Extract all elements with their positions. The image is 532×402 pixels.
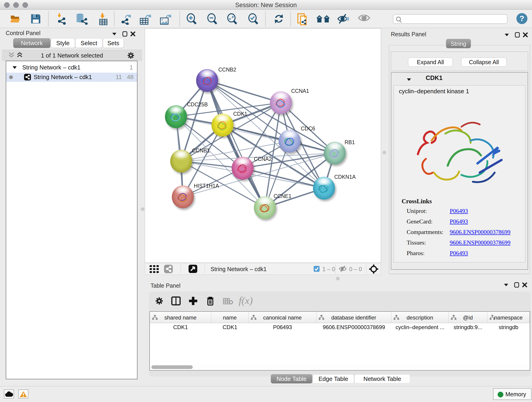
graph-node-CCNA1[interactable] (270, 91, 292, 114)
graph-node-CDKN1A[interactable] (313, 177, 335, 200)
memory-status-dot (498, 392, 503, 397)
show-glass-icon[interactable] (358, 13, 370, 24)
gene-section-collapse-icon[interactable] (406, 77, 412, 82)
function-builder-icon[interactable]: f(x) (239, 295, 253, 306)
graph-node-CCNB1[interactable] (170, 150, 192, 172)
memory-button[interactable]: Memory (493, 388, 532, 400)
gene-details-box: cyclin–dependent kinase 1 CrossLinks (394, 85, 525, 262)
home-string-icon[interactable] (316, 13, 330, 24)
graph-node-RB1[interactable] (324, 142, 346, 165)
import-network-from-database-icon[interactable] (75, 13, 88, 24)
footer-tab-edge-table[interactable]: Edge Table (313, 374, 354, 383)
table-settings-gear-icon[interactable] (155, 296, 164, 306)
left-splitter-handle[interactable] (141, 207, 144, 211)
copy-network-icon[interactable] (298, 13, 309, 24)
table-cell[interactable]: P06493 (249, 324, 317, 333)
column-header-shared-name[interactable]: shared name (150, 312, 211, 323)
footer-tab-node-table[interactable]: Node Table (271, 374, 312, 383)
column-header-name[interactable]: name (211, 312, 249, 323)
results-tab-string[interactable]: String (446, 39, 471, 48)
table-cell[interactable]: cyclin–dependent ... (391, 324, 449, 333)
network-canvas[interactable]: CCNB2CCNA1CDC25BCDK1CDC6RB1CCNB1CCNA2CDK… (145, 28, 381, 263)
footer-tab-network-table[interactable]: Network Table (355, 374, 410, 383)
graph-node-HIST1H1A[interactable] (172, 185, 194, 208)
import-table-from-file-icon[interactable] (98, 13, 109, 24)
delete-table-icon[interactable] (223, 298, 233, 306)
export-network-icon[interactable] (121, 13, 133, 24)
toolbar-separator (366, 264, 366, 274)
graph-node-CDK1[interactable] (211, 114, 234, 137)
table-panel-maximize-icon[interactable] (514, 282, 519, 288)
delete-column-icon[interactable] (206, 296, 215, 307)
graph-node-CCNA2[interactable] (232, 157, 254, 180)
network-thumbnail-icon[interactable] (164, 265, 173, 274)
tab-select[interactable]: Select (75, 38, 102, 48)
graph-node-label: CDC25B (187, 102, 208, 108)
control-panel-maximize-icon[interactable] (122, 31, 127, 38)
network-row-selected[interactable]: String Network – cdk1 11 48 (6, 73, 137, 82)
zoom-out-icon[interactable] (206, 13, 218, 24)
zoom-in-icon[interactable] (186, 13, 198, 24)
crosslink-value[interactable]: 9606.ENSP00000378699 (450, 239, 510, 246)
search-input[interactable] (393, 14, 507, 24)
table-panel-float-icon[interactable] (504, 283, 509, 288)
table-cell[interactable]: stringdb (487, 324, 530, 333)
table-cell[interactable]: stringdb:9... (449, 324, 487, 333)
table-cell[interactable]: 9606.ENSP00000378699 (317, 324, 391, 333)
save-session-icon[interactable] (30, 13, 41, 24)
warning-status-button[interactable] (18, 389, 28, 399)
add-column-icon[interactable] (189, 296, 198, 306)
tab-style[interactable]: Style (51, 38, 75, 48)
control-panel-float-icon[interactable] (112, 32, 117, 37)
crosslink-value[interactable]: P06493 (450, 250, 468, 257)
results-panel-close-icon[interactable] (523, 32, 528, 38)
tab-sets[interactable]: Sets (103, 38, 124, 48)
export-table-icon[interactable] (139, 13, 152, 24)
fit-selection-crosshair-icon[interactable] (369, 264, 378, 274)
show-columns-icon[interactable] (171, 296, 181, 306)
table-cell[interactable]: CDK1 (150, 324, 211, 333)
crosslink-value[interactable]: P06493 (450, 208, 468, 215)
column-header-description[interactable]: description (391, 312, 449, 323)
grid-view-icon[interactable] (150, 265, 160, 274)
column-header-@id[interactable]: @id (449, 312, 487, 323)
results-panel-title: Results Panel (391, 31, 426, 38)
zoom-selected-icon[interactable] (247, 13, 259, 24)
column-header-canonical-name[interactable]: canonical name (249, 312, 317, 323)
table-cell[interactable]: CDK1 (211, 324, 249, 333)
graph-node-CDC25B[interactable] (165, 105, 187, 128)
refresh-icon[interactable] (274, 13, 284, 24)
column-header-database-identifier[interactable]: database identifier (317, 312, 391, 323)
help-icon[interactable]: ? (516, 13, 528, 24)
results-panel-maximize-icon[interactable] (515, 32, 520, 38)
graph-node-label: RB1 (345, 139, 355, 146)
table-panel-close-icon[interactable] (522, 282, 527, 288)
graph-node-CCNE1[interactable] (254, 196, 276, 219)
graph-node-CDC6[interactable] (279, 130, 301, 153)
selected-checkbox[interactable] (314, 266, 320, 273)
crosslink-value[interactable]: P06493 (450, 218, 468, 225)
column-header-namespace[interactable]: namespace (487, 312, 530, 323)
network-collection-row[interactable]: String Network – cdk1 1 (6, 64, 137, 73)
control-panel-close-icon[interactable] (130, 31, 136, 38)
expand-all-button[interactable]: Expand All (408, 57, 453, 67)
scrollbar-thumb[interactable] (152, 365, 193, 369)
zoom-fit-icon[interactable] (226, 13, 238, 24)
graph-node-CCNB2[interactable] (196, 69, 218, 92)
table-horizontal-scrollbar[interactable] (150, 364, 529, 370)
hide-glass-icon[interactable] (337, 13, 349, 24)
svg-text:?: ? (520, 14, 525, 23)
cloud-status-button[interactable] (4, 389, 14, 399)
open-session-icon[interactable] (10, 13, 21, 24)
open-in-window-icon[interactable] (189, 265, 197, 274)
import-network-from-file-icon[interactable] (56, 13, 68, 24)
right-splitter-handle[interactable] (383, 151, 386, 154)
bottom-splitter-handle[interactable] (336, 277, 340, 280)
results-panel-float-icon[interactable] (504, 32, 509, 38)
tab-network[interactable]: Network (13, 38, 51, 48)
network-options-gear-icon[interactable] (127, 51, 135, 61)
crosslink-value[interactable]: 9606.ENSP00000378699 (450, 229, 510, 236)
export-image-icon[interactable] (159, 13, 172, 24)
network-view-toolbar: String Network – cdk1 1 – 0 0 – 0 (145, 263, 381, 275)
collapse-all-button[interactable]: Collapse All (461, 57, 507, 67)
